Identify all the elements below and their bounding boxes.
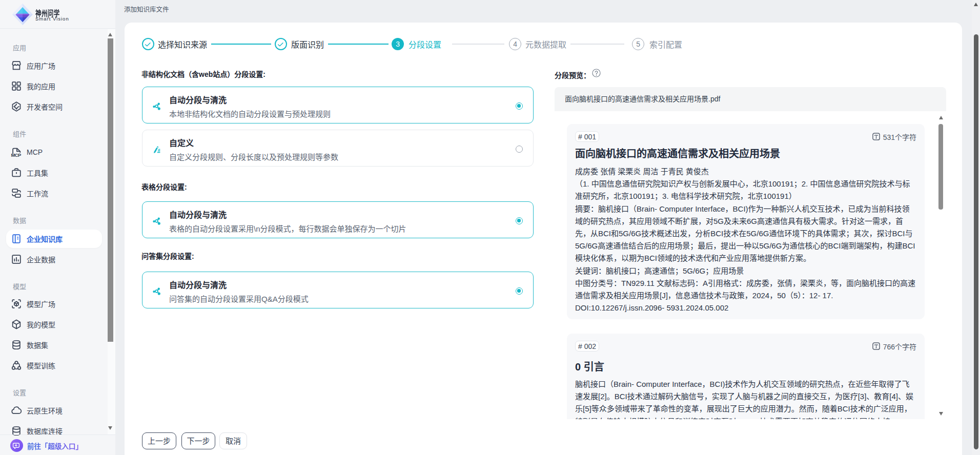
svg-text:MCP: MCP: [11, 152, 22, 158]
